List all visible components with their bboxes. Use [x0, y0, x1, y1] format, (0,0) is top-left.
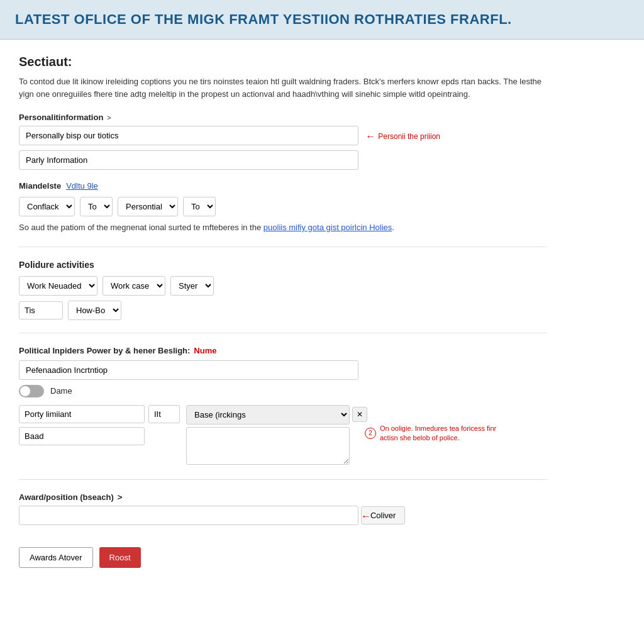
left-col [19, 405, 180, 445]
personal-input-2[interactable] [19, 150, 358, 170]
activities-row-1: Work Neuaded Work case Styer [19, 276, 547, 296]
activity-select-work-needed[interactable]: Work Neuaded [19, 276, 97, 296]
mandate-label: Miandelste [19, 181, 61, 191]
personal-info-group: Personalitinformation > Personii the pri… [19, 113, 547, 170]
personal-input-1[interactable] [19, 126, 358, 145]
award-label: Award/position (bseach) > [19, 492, 547, 502]
mandate-select-1[interactable]: Conflack [19, 197, 75, 216]
base-select-row: Base (irckings ✕ [186, 405, 367, 425]
award-chevron[interactable]: > [118, 492, 123, 502]
mandate-select-4[interactable]: To [183, 197, 216, 216]
activity-text-tis[interactable] [19, 301, 63, 319]
personal-info-chevron[interactable]: > [107, 114, 111, 121]
annotation-personal: Personii the priiion [365, 131, 440, 142]
page-title: LATEST OFLICE OF THE MIGK framt yestiion… [15, 11, 629, 28]
pip-input[interactable] [19, 360, 358, 380]
activities-title: Polidure activities [19, 260, 547, 270]
party-input-2[interactable] [148, 405, 180, 423]
info-text: So aud the patiom of the megnenat ional … [19, 221, 547, 234]
divider-1 [19, 247, 547, 247]
personal-info-label: Personalitinformation > [19, 113, 547, 122]
party-input-3[interactable] [19, 427, 145, 445]
pip-link[interactable]: Nume [194, 346, 216, 355]
pip-textarea[interactable] [186, 427, 350, 465]
divider-3 [19, 479, 547, 480]
mandate-selects-row: Conflack To Persontial To [19, 197, 547, 216]
mandate-select-3[interactable]: Persontial [118, 197, 178, 216]
toggle-switch[interactable] [19, 385, 44, 397]
mandate-select-2[interactable]: To [80, 197, 113, 216]
award-section: Award/position (bseach) > ← Coliver [19, 492, 547, 537]
close-button[interactable]: ✕ [352, 407, 367, 422]
mandate-link[interactable]: Vdltu 9le [66, 181, 98, 191]
section-description: To contod due lit ikinow ireleiding copt… [19, 75, 547, 100]
info-link[interactable]: puoliis mifiy gota gist poirlcin Holies [264, 223, 392, 232]
pip-label: Political Inpiders Power by & hener Besl… [19, 346, 547, 355]
awards-atover-button[interactable]: Awards Atover [19, 547, 93, 568]
mandate-group: Miandelste Vdltu 9le [19, 181, 547, 191]
section-title: Sectiaut: [19, 55, 547, 69]
party-base-row: Base (irckings ✕ 2 On ooligie. Inmedures… [19, 405, 547, 467]
party-input-1[interactable] [19, 405, 145, 423]
header-banner: LATEST OFLICE OF THE MIGK framt yestiion… [0, 0, 644, 40]
divider-2 [19, 333, 547, 333]
roost-button[interactable]: Roost [99, 547, 141, 568]
toggle-row: Dame [19, 385, 547, 397]
toggle-label: Dame [50, 386, 72, 396]
award-arrow-icon: ← [361, 511, 371, 522]
annotation-pip: On ooligie. Inmedures tea foricess finr … [380, 424, 506, 443]
activity-select-styer[interactable]: Styer [170, 276, 214, 296]
right-col: Base (irckings ✕ 2 On ooligie. Inmedures… [186, 405, 367, 467]
activity-select-how-bo[interactable]: How-Bo [68, 301, 121, 320]
award-input[interactable] [19, 506, 358, 525]
activities-row-2: How-Bo [19, 301, 547, 320]
footer-buttons: Awards Atover Roost [19, 547, 547, 568]
base-select[interactable]: Base (irckings [186, 405, 350, 425]
number-badge: 2 [365, 428, 376, 439]
activity-select-work-case[interactable]: Work case [103, 276, 165, 296]
